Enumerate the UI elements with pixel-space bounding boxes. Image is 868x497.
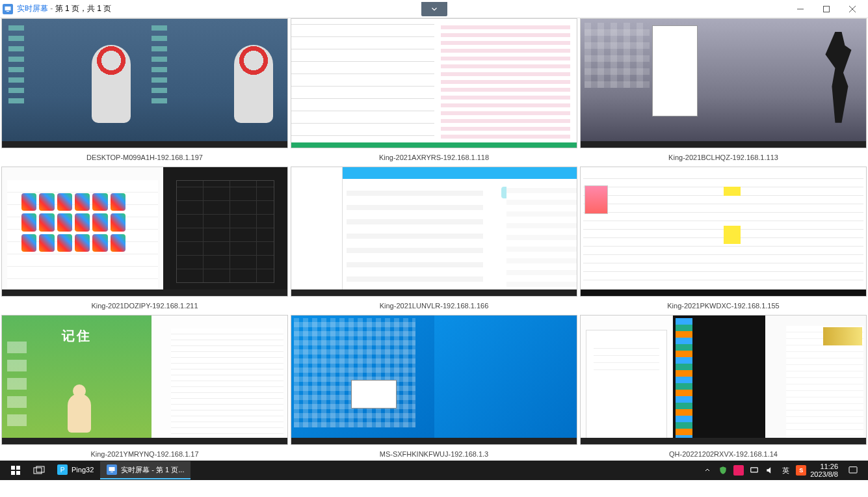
screen-label: QH-20221202RXVX-192.168.1.14 [580,445,867,461]
screen-thumbnail[interactable] [580,18,867,148]
screen-cell: King-2021LUNVLR-192.168.1.166 [291,167,577,314]
clock-date: 2023/8/8 [810,470,838,478]
svg-rect-9 [16,471,20,475]
screen-thumbnail[interactable]: 记住 [1,315,288,445]
svg-rect-12 [109,467,115,471]
window-title: 实时屏幕 - 第 1 页，共 1 页 [17,3,111,14]
screen-cell: DESKTOP-M099A1H-192.168.1.197 [1,18,288,165]
svg-rect-15 [849,467,857,473]
screen-label: MS-SXFHKINKFWUJ-192.168.1.3 [291,445,577,461]
screen-cell: King-2021BCLHQZ-192.168.1.113 [580,18,867,165]
screen-thumbnail[interactable] [291,167,577,297]
svg-rect-7 [16,466,20,470]
taskbar-app-ping32[interactable]: P Ping32 [51,461,100,479]
screen-thumbnail[interactable] [580,167,867,297]
screen-label: King-2021BCLHQZ-192.168.1.113 [580,148,867,165]
taskbar-app-realtime-screen[interactable]: 实时屏幕 - 第 1 页... [100,461,191,479]
screen-label: DESKTOP-M099A1H-192.168.1.197 [1,148,288,165]
window-title-page: 第 1 页，共 1 页 [55,4,112,13]
screen-grid: DESKTOP-M099A1H-192.168.1.197 King-2021A… [1,18,867,461]
screen-label: King-2021DOZIPY-192.168.1.211 [1,297,288,314]
tray-shield-icon[interactable] [718,465,728,476]
taskbar-app-label: Ping32 [72,466,94,474]
ping32-icon: P [57,464,68,475]
tray-overflow-icon[interactable] [702,465,713,476]
screen-label: King-2021YMRYNQ-192.168.1.17 [1,445,288,461]
screen-thumbnail[interactable] [291,315,577,445]
window-title-main: 实时屏幕 [17,4,48,13]
start-button[interactable] [4,461,27,479]
screen-label: King-2021PKWDXC-192.168.1.155 [580,297,867,314]
svg-rect-10 [34,468,42,474]
screen-cell: King-2021DOZIPY-192.168.1.211 [1,167,288,314]
screen-cell: King-2021PKWDXC-192.168.1.155 [580,167,867,314]
screen-cell: QH-20221202RXVX-192.168.1.14 [580,315,867,461]
dropdown-toggle[interactable] [421,2,447,16]
screen-label: King-2021AXRYRS-192.168.1.118 [291,148,577,165]
taskbar: P Ping32 实时屏幕 - 第 1 页... 英 S 11:26 2023/… [0,461,868,480]
action-center-button[interactable] [842,461,864,479]
monitor-icon [107,464,117,475]
maximize-button[interactable] [813,1,839,17]
window-controls [787,1,865,17]
system-tray: 英 S [702,465,806,476]
svg-rect-3 [824,6,830,12]
tray-network-icon[interactable] [749,465,759,476]
svg-rect-0 [5,7,11,10]
screen-thumbnail[interactable] [291,18,577,148]
svg-rect-1 [7,11,9,12]
svg-rect-13 [111,472,113,472]
svg-rect-14 [751,468,758,472]
taskbar-app-label: 实时屏幕 - 第 1 页... [121,465,184,475]
tray-sogou-icon[interactable]: S [796,465,806,476]
screen-cell: 记住 King-2021YMRYNQ-192.168.1.17 [1,315,288,461]
tray-app-icon[interactable] [733,465,744,476]
svg-rect-8 [11,471,15,475]
screen-cell: King-2021AXRYRS-192.168.1.118 [291,18,577,165]
tray-volume-icon[interactable] [765,465,775,476]
screen-thumbnail[interactable] [1,167,288,297]
clock-time: 11:26 [820,463,838,470]
title-bar: 实时屏幕 - 第 1 页，共 1 页 [0,0,868,18]
cartoon-text: 记住 [62,327,92,345]
screen-cell: MS-SXFHKINKFWUJ-192.168.1.3 [291,315,577,461]
close-button[interactable] [839,1,865,17]
svg-rect-6 [11,466,15,470]
tray-ime-icon[interactable]: 英 [780,465,791,476]
app-icon [3,4,13,14]
screen-grid-container: DESKTOP-M099A1H-192.168.1.197 King-2021A… [0,18,868,461]
taskbar-clock[interactable]: 11:26 2023/8/8 [806,463,842,478]
task-view-button[interactable] [27,461,51,479]
svg-rect-11 [36,466,44,472]
minimize-button[interactable] [787,1,813,17]
screen-thumbnail[interactable] [580,315,867,445]
screen-thumbnail[interactable] [1,18,288,148]
screen-label: King-2021LUNVLR-192.168.1.166 [291,297,577,314]
